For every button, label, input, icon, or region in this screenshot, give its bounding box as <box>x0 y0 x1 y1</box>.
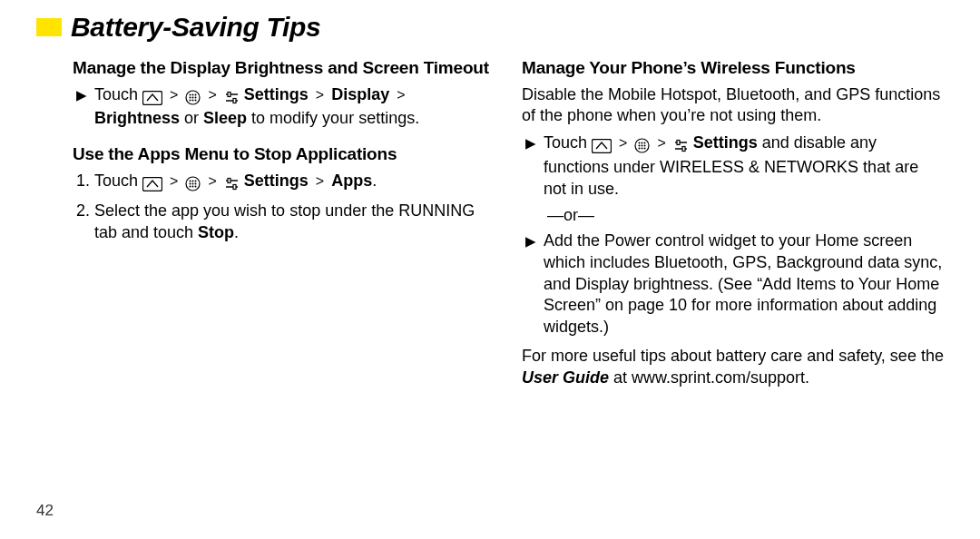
svg-rect-29 <box>233 185 236 190</box>
svg-point-19 <box>195 181 197 182</box>
svg-point-21 <box>192 183 194 185</box>
svg-point-6 <box>192 96 194 98</box>
svg-point-8 <box>190 99 191 101</box>
svg-point-23 <box>190 186 191 188</box>
step-number: 1. <box>76 171 94 192</box>
text-bold-italic: User Guide <box>522 368 609 387</box>
svg-point-2 <box>190 93 191 95</box>
play-bullet-icon: ▶ <box>525 132 544 152</box>
text-bold: Brightness <box>94 109 180 127</box>
right-step-2: ▶ Add the Power control widget to your H… <box>525 230 944 338</box>
right-step-1-body: Touch > > Settings and disable any funct… <box>544 132 944 200</box>
chevron-icon: > <box>208 85 216 104</box>
chevron-icon: > <box>397 85 405 104</box>
left-step-1: ▶ Touch > > Settings > Display > <box>76 84 495 131</box>
play-bullet-icon: ▶ <box>525 230 544 250</box>
left-heading-2: Use the Apps Menu to Stop Applications <box>73 142 495 165</box>
svg-point-22 <box>195 183 197 185</box>
text-bold: Settings <box>244 85 309 103</box>
left-heading-1: Manage the Display Brightness and Screen… <box>73 56 495 79</box>
chevron-icon: > <box>657 133 665 152</box>
text-bold: Stop <box>198 223 234 241</box>
right-step-1: ▶ Touch > > Settings and disable any fun… <box>525 132 944 200</box>
apps-grid-icon <box>634 135 650 157</box>
text: Touch <box>544 133 592 152</box>
left-step-1-body: Touch > > Settings > Display > Brightnes… <box>94 84 495 131</box>
text: to modify your settings. <box>247 109 419 127</box>
svg-rect-44 <box>682 147 685 152</box>
text: . <box>372 172 377 190</box>
svg-rect-30 <box>593 140 612 153</box>
svg-point-35 <box>639 145 641 147</box>
right-para-1: Disable the Mobile Hotspot, Bluetooth, a… <box>522 84 944 128</box>
svg-point-10 <box>195 99 197 101</box>
left-step-3-body: Select the app you wish to stop under th… <box>94 201 495 244</box>
svg-point-4 <box>195 93 197 95</box>
right-step-2-body: Add the Power control widget to your Hom… <box>544 230 944 338</box>
svg-point-9 <box>192 99 194 101</box>
chevron-icon: > <box>316 85 324 104</box>
text: Select the app you wish to stop under th… <box>94 201 475 241</box>
columns: Manage the Display Brightness and Screen… <box>73 51 944 395</box>
right-column: Manage Your Phone’s Wireless Functions D… <box>522 51 944 395</box>
chevron-icon: > <box>170 85 178 104</box>
svg-point-34 <box>644 142 646 144</box>
chevron-icon: > <box>619 133 627 152</box>
accent-block <box>36 18 62 36</box>
text-bold: Apps <box>331 172 372 190</box>
svg-rect-0 <box>143 91 162 104</box>
text: Touch <box>94 85 142 103</box>
svg-rect-14 <box>233 98 236 103</box>
text: at www.sprint.com/support. <box>609 368 809 387</box>
right-para-2: For more useful tips about battery care … <box>522 346 944 389</box>
or-separator: —or— <box>547 205 944 227</box>
svg-point-40 <box>644 148 646 150</box>
svg-point-20 <box>190 183 191 185</box>
play-bullet-icon: ▶ <box>76 84 94 104</box>
text-bold: Sleep <box>203 109 247 127</box>
settings-sliders-icon <box>673 135 689 157</box>
svg-point-7 <box>195 96 197 98</box>
title-row: Battery-Saving Tips <box>36 9 944 45</box>
svg-rect-42 <box>677 141 680 145</box>
svg-rect-27 <box>228 179 230 183</box>
left-step-2-body: Touch > > Settings > Apps. <box>94 171 495 195</box>
svg-rect-12 <box>228 92 230 96</box>
text: . <box>234 223 239 241</box>
chevron-icon: > <box>170 172 178 191</box>
home-icon <box>142 87 162 109</box>
svg-point-33 <box>642 142 643 144</box>
page-title: Battery-Saving Tips <box>71 9 321 45</box>
svg-point-3 <box>192 93 194 95</box>
svg-point-38 <box>639 148 641 150</box>
apps-grid-icon <box>185 173 201 195</box>
text: For more useful tips about battery care … <box>522 347 944 365</box>
right-heading-1: Manage Your Phone’s Wireless Functions <box>522 56 944 79</box>
svg-point-39 <box>642 148 643 150</box>
text-bold: Settings <box>244 172 309 190</box>
svg-point-5 <box>190 96 191 98</box>
settings-sliders-icon <box>224 173 240 195</box>
svg-rect-15 <box>143 178 162 191</box>
svg-point-24 <box>192 186 194 188</box>
text-bold: Settings <box>693 133 758 152</box>
svg-point-37 <box>644 145 646 147</box>
home-icon <box>592 135 612 157</box>
text: Touch <box>94 172 142 190</box>
home-icon <box>142 173 162 195</box>
text-bold: Display <box>331 85 389 103</box>
chevron-icon: > <box>316 172 324 191</box>
settings-sliders-icon <box>224 87 240 109</box>
chevron-icon: > <box>208 172 216 191</box>
step-number: 2. <box>76 201 94 222</box>
apps-grid-icon <box>185 87 201 109</box>
left-step-2: 1. Touch > > Settings > Apps. <box>76 171 495 195</box>
page-number: 42 <box>36 501 54 521</box>
svg-point-36 <box>642 145 643 147</box>
svg-point-32 <box>639 142 641 144</box>
left-column: Manage the Display Brightness and Screen… <box>73 51 495 395</box>
svg-point-25 <box>195 186 197 188</box>
svg-point-18 <box>192 181 194 182</box>
text: or <box>180 109 203 127</box>
left-step-3: 2. Select the app you wish to stop under… <box>76 201 495 244</box>
